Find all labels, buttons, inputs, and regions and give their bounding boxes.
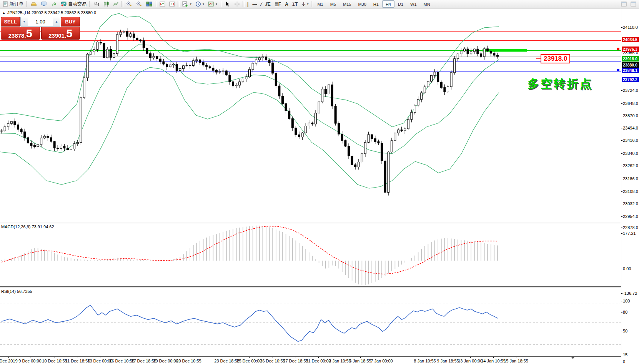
time-tick-label: 10 Dec 10:55 xyxy=(42,359,67,363)
cursor-button[interactable] xyxy=(223,0,232,8)
cross-icon xyxy=(234,1,240,7)
time-tick-mark xyxy=(470,357,471,358)
timeframe-h1-button[interactable]: H1 xyxy=(370,0,382,8)
autotrading-button[interactable]: 自动交易 xyxy=(59,0,88,8)
timeframe-m30-button[interactable]: M30 xyxy=(354,0,369,8)
time-tick-mark xyxy=(78,357,78,358)
axis-tick: 23648.0 xyxy=(623,101,638,106)
chart-shift-marker[interactable] xyxy=(571,357,575,359)
periods-button[interactable]: ▾ xyxy=(193,0,206,8)
time-tick-label: 8 Jan 10:55 xyxy=(414,359,436,363)
bar-chart-button[interactable] xyxy=(92,0,102,8)
timeframe-m5-button[interactable]: M5 xyxy=(327,0,339,8)
axis-tick: 23724.0 xyxy=(623,88,638,93)
zoomout-icon xyxy=(136,1,142,7)
volume-increase-button[interactable]: ▲ xyxy=(53,17,60,26)
macd-pane-canvas[interactable]: MACD(12,26,9) 73.91 94.62 xyxy=(0,223,621,287)
label-button[interactable]: ⌶T xyxy=(290,0,300,8)
indicator-window-alt-button[interactable] xyxy=(167,0,177,8)
template-icon xyxy=(208,1,214,7)
new-chart-button[interactable]: ▾ xyxy=(180,0,193,8)
toolbar-separator xyxy=(121,1,123,7)
doc-icon xyxy=(3,1,8,7)
new-order-button[interactable]: 新订单 xyxy=(1,0,25,8)
timeframe-mn-button[interactable]: MN xyxy=(420,0,434,8)
text-button[interactable]: A xyxy=(283,0,290,8)
rsi-label: RSI(14) 56.7355 xyxy=(1,289,32,294)
trendline-button[interactable]: ∕ xyxy=(259,0,263,8)
buy-price[interactable]: 23901.5 xyxy=(41,27,80,40)
buy-button[interactable]: BUY xyxy=(61,17,80,27)
crosshair-button[interactable] xyxy=(232,0,242,8)
volume-decrease-button[interactable]: ▼ xyxy=(21,17,28,26)
time-tick-label: 15 Jan 18:55 xyxy=(504,359,528,363)
tile-windows-button[interactable] xyxy=(144,0,154,8)
market-watch-icon-button[interactable] xyxy=(29,0,39,8)
volume-value[interactable]: 1.00 xyxy=(28,17,53,26)
zoom-out-button[interactable] xyxy=(134,0,144,8)
time-tick-mark xyxy=(296,357,296,358)
time-tick-label: 2 Jan 10:55 xyxy=(329,359,351,363)
price-axis[interactable]: 24110.023956.023724.023648.023570.023494… xyxy=(621,8,639,364)
timeframe-m15-button[interactable]: M15 xyxy=(339,0,354,8)
monitor-icon xyxy=(41,1,47,7)
signals-button[interactable] xyxy=(49,0,59,8)
timeframe-m1-button[interactable]: M1 xyxy=(314,0,326,8)
pane-splitter[interactable] xyxy=(0,287,639,288)
axis-tick: 23108.0 xyxy=(623,189,638,194)
collapse-panel-icon[interactable]: ▲ xyxy=(2,11,5,15)
timeframe-d1-button[interactable]: D1 xyxy=(394,0,407,8)
symbol-info-line: ▲ JPN225-,H4 23902.5 23942.5 23862.5 238… xyxy=(2,10,96,15)
toolbar-separator xyxy=(155,1,157,7)
time-tick-label: 9 Jan 18:55 xyxy=(437,359,459,363)
axis-tick: 23340.0 xyxy=(623,151,638,156)
timeframe-w1-button[interactable]: W1 xyxy=(407,0,420,8)
data-window-button[interactable] xyxy=(39,0,49,8)
time-tick-label: 7 Jan 00:00 xyxy=(371,359,393,363)
axis-tick: 23416.0 xyxy=(623,138,638,143)
axis-tick: 23262.0 xyxy=(623,163,638,168)
main-chart-canvas[interactable] xyxy=(0,8,621,222)
time-tick-label: 19 Dec 00:00 xyxy=(153,359,178,363)
candlestick-chart-button[interactable] xyxy=(102,0,111,8)
pane-splitter[interactable] xyxy=(0,222,639,223)
trendline-icon: ∕ xyxy=(261,2,261,7)
vline-button[interactable]: | xyxy=(245,0,250,8)
timeframe-h4-button[interactable]: H4 xyxy=(382,0,394,8)
zoomin-icon xyxy=(126,1,132,7)
axis-tick: 15 xyxy=(623,352,627,357)
line-handle[interactable] xyxy=(617,69,619,71)
time-tick-mark xyxy=(425,357,425,358)
templates-button[interactable]: ▾ xyxy=(206,0,219,8)
window-layout-2-icon[interactable] xyxy=(629,0,638,8)
time-axis[interactable]: Dec 20199 Dec 00:0010 Dec 10:5511 Dec 18… xyxy=(0,357,639,364)
hline-button[interactable]: — xyxy=(250,0,259,8)
channel-button[interactable]: ⫽E xyxy=(263,0,272,8)
autotrading-button-label: 自动交易 xyxy=(68,1,87,7)
axis-tick: 177.21 xyxy=(623,231,636,236)
time-tick-label: 11 Dec 18:55 xyxy=(65,359,90,363)
time-tick-label: 16 Dec 10:55 xyxy=(109,359,134,363)
text-icon: A xyxy=(285,2,288,7)
line-chart-button[interactable] xyxy=(111,0,121,8)
indicator-window-button[interactable] xyxy=(158,0,167,8)
macd-label: MACD(12,26,9) 73.91 94.62 xyxy=(1,224,54,229)
sell-price[interactable]: 23878.5 xyxy=(1,27,40,40)
price-callout-box[interactable]: 23918.0 xyxy=(541,54,570,63)
arrows-button[interactable]: ✢▾ xyxy=(300,0,310,8)
label-icon: ⌶T xyxy=(292,2,298,7)
time-tick-mark xyxy=(166,357,166,358)
rsi-pane-canvas[interactable]: RSI(14) 56.7355 xyxy=(0,288,621,357)
zoom-in-button[interactable] xyxy=(124,0,134,8)
axis-tick: 22954.0 xyxy=(623,214,638,219)
fibonacci-button[interactable]: ≣F xyxy=(273,0,283,8)
window-layout-1-icon[interactable] xyxy=(619,0,629,8)
time-tick-label: 9 Dec 00:00 xyxy=(18,359,41,363)
time-tick-label: 23 Dec 18:55 xyxy=(214,359,239,363)
time-tick-label: Dec 2019 xyxy=(0,359,18,363)
time-tick-mark xyxy=(273,357,273,358)
sell-button[interactable]: SELL xyxy=(1,17,20,27)
volume-stepper: ▼ 1.00 ▲ xyxy=(20,17,60,27)
rsi-svg xyxy=(0,288,621,356)
line-handle[interactable] xyxy=(617,48,619,50)
